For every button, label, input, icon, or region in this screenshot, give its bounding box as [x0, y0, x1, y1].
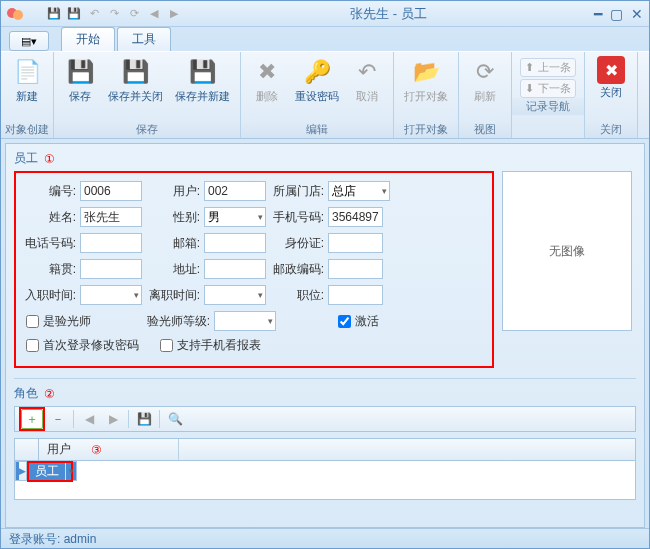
- save-close-icon: 💾: [120, 56, 152, 88]
- cancel-button[interactable]: ↶取消: [345, 54, 389, 104]
- grid-row-selected[interactable]: ▶ 员工: [15, 461, 77, 481]
- active-checkbox[interactable]: 激活: [338, 313, 379, 330]
- status-bar: 登录账号: admin: [1, 528, 649, 548]
- save-icon: 💾: [64, 56, 96, 88]
- tel-label: 电话号码:: [22, 235, 76, 252]
- close-icon: ✖: [597, 56, 625, 84]
- group-nav: 记录导航: [512, 98, 584, 115]
- zip-label: 邮政编码:: [270, 261, 324, 278]
- qat-refresh-icon[interactable]: ⟳: [125, 5, 143, 23]
- email-label: 邮箱:: [146, 235, 200, 252]
- next-role-button[interactable]: ▶: [102, 409, 124, 429]
- opt-level-label: 验光师等级:: [146, 313, 210, 330]
- annotation-3: ③: [91, 443, 102, 457]
- id-label: 编号:: [22, 183, 76, 200]
- first-login-checkbox[interactable]: 首次登录修改密码: [26, 337, 156, 354]
- row-indicator-icon: ▶: [19, 462, 27, 480]
- close-window-button[interactable]: ✕: [631, 6, 643, 22]
- qat-redo-icon[interactable]: ↷: [105, 5, 123, 23]
- leave-label: 离职时间:: [146, 287, 200, 304]
- delete-icon: ✖: [251, 56, 283, 88]
- qat-undo-icon[interactable]: ↶: [85, 5, 103, 23]
- id-input[interactable]: [80, 181, 142, 201]
- window-title: 张先生 - 员工: [183, 5, 594, 23]
- save-new-icon: 💾: [187, 56, 219, 88]
- tab-tools[interactable]: 工具: [117, 27, 171, 51]
- group-close: 关闭: [585, 121, 637, 138]
- phone-input[interactable]: [328, 207, 383, 227]
- qat-saveclose-icon[interactable]: 💾: [65, 5, 83, 23]
- opt-level-select[interactable]: [214, 311, 276, 331]
- pos-input[interactable]: [328, 285, 383, 305]
- refresh-button[interactable]: ⟳刷新: [463, 54, 507, 104]
- login-user: admin: [64, 532, 97, 546]
- view-selector[interactable]: ▤▾: [9, 31, 49, 51]
- close-button[interactable]: ✖关闭: [589, 54, 633, 100]
- qat-next-icon[interactable]: ▶: [165, 5, 183, 23]
- group-view: 视图: [459, 121, 511, 138]
- store-select[interactable]: 总店: [328, 181, 390, 201]
- idcard-input[interactable]: [328, 233, 383, 253]
- leave-date[interactable]: [204, 285, 266, 305]
- open-icon: 📂: [410, 56, 442, 88]
- name-input[interactable]: [80, 207, 142, 227]
- open-object-button[interactable]: 📂打开对象: [398, 54, 454, 104]
- employee-form: 编号: 用户: 所属门店: 总店 姓名: 性别: 男 手机号码: 电话号码:: [14, 171, 494, 368]
- remove-role-button[interactable]: －: [47, 409, 69, 429]
- mobile-report-checkbox[interactable]: 支持手机看报表: [160, 337, 261, 354]
- group-create: 对象创建: [1, 121, 53, 138]
- prev-record-button[interactable]: ⬆上一条: [520, 58, 576, 77]
- roles-grid: 用户 ③ ▶ 员工: [14, 438, 636, 500]
- idcard-label: 身份证:: [270, 235, 324, 252]
- user-input[interactable]: [204, 181, 266, 201]
- tab-start[interactable]: 开始: [61, 27, 115, 51]
- save-close-button[interactable]: 💾保存并关闭: [102, 54, 169, 104]
- native-input[interactable]: [80, 259, 142, 279]
- group-save: 保存: [54, 121, 240, 138]
- save-new-button[interactable]: 💾保存并新建: [169, 54, 236, 104]
- addr-label: 地址:: [146, 261, 200, 278]
- store-label: 所属门店:: [270, 183, 324, 200]
- save-button[interactable]: 💾保存: [58, 54, 102, 104]
- save-role-button[interactable]: 💾: [133, 409, 155, 429]
- app-icon: [7, 6, 23, 22]
- qat-save-icon[interactable]: 💾: [45, 5, 63, 23]
- native-label: 籍贯:: [22, 261, 76, 278]
- delete-button[interactable]: ✖删除: [245, 54, 289, 104]
- down-icon: ⬇: [525, 82, 534, 95]
- undo-icon: ↶: [351, 56, 383, 88]
- name-label: 姓名:: [22, 209, 76, 226]
- hire-label: 入职时间:: [22, 287, 76, 304]
- zip-input[interactable]: [328, 259, 383, 279]
- gender-select[interactable]: 男: [204, 207, 266, 227]
- group-open: 打开对象: [394, 121, 458, 138]
- annotation-2: ②: [44, 387, 55, 401]
- new-button[interactable]: 📄新建: [5, 54, 49, 104]
- role-cell[interactable]: 员工: [29, 463, 66, 480]
- add-role-button[interactable]: ＋: [21, 409, 43, 429]
- search-role-button[interactable]: 🔍: [164, 409, 186, 429]
- phone-label: 手机号码:: [270, 209, 324, 226]
- key-icon: 🔑: [301, 56, 333, 88]
- roles-panel-title: 角色: [14, 385, 38, 402]
- is-optometrist-checkbox[interactable]: 是验光师: [26, 313, 142, 330]
- col-user[interactable]: 用户 ③: [39, 439, 179, 460]
- image-placeholder[interactable]: 无图像: [502, 171, 632, 331]
- addr-input[interactable]: [204, 259, 266, 279]
- next-record-button[interactable]: ⬇下一条: [520, 79, 576, 98]
- prev-role-button[interactable]: ◀: [78, 409, 100, 429]
- user-label: 用户:: [146, 183, 200, 200]
- email-input[interactable]: [204, 233, 266, 253]
- new-icon: 📄: [11, 56, 43, 88]
- refresh-icon: ⟳: [469, 56, 501, 88]
- grid-corner: [15, 439, 39, 460]
- minimize-button[interactable]: ━: [594, 6, 602, 22]
- qat-prev-icon[interactable]: ◀: [145, 5, 163, 23]
- roles-toolbar: ＋ － ◀ ▶ 💾 🔍: [14, 406, 636, 432]
- maximize-button[interactable]: ▢: [610, 6, 623, 22]
- reset-password-button[interactable]: 🔑重设密码: [289, 54, 345, 104]
- hire-date[interactable]: [80, 285, 142, 305]
- gender-label: 性别:: [146, 209, 200, 226]
- annotation-1: ①: [44, 152, 55, 166]
- tel-input[interactable]: [80, 233, 142, 253]
